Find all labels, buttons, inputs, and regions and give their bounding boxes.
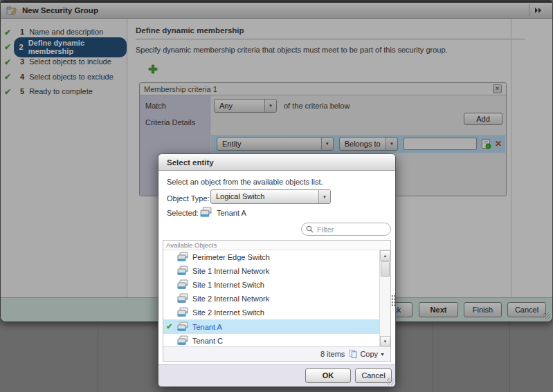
logical-switch-icon [177, 279, 188, 290]
scroll-down-icon[interactable]: ▼ [380, 336, 390, 346]
logical-switch-icon [177, 307, 188, 318]
list-item[interactable]: ✔ Site 2 Internal Network [163, 292, 379, 306]
filter-input[interactable] [317, 225, 386, 234]
list-item[interactable]: ✔ Site 2 Internet Switch [163, 306, 379, 319]
scroll-up-icon[interactable]: ▲ [380, 250, 390, 261]
logical-switch-icon [177, 293, 188, 304]
list-item[interactable]: ✔ Tenant C [163, 334, 379, 346]
logical-switch-icon [177, 321, 188, 333]
dialog-footer: OK Cancel [158, 364, 395, 386]
background-divider [98, 322, 98, 392]
list-item[interactable]: ✔ Site 1 Internal Network [163, 264, 379, 278]
search-icon [306, 225, 314, 233]
ok-button[interactable]: OK [305, 368, 351, 383]
scrollbar-thumb[interactable] [381, 261, 390, 277]
select-entity-dialog: Select entity Select an object from the … [158, 153, 396, 387]
panel-title: Available Objects [163, 241, 390, 250]
logical-switch-icon [177, 335, 188, 346]
chevron-down-icon: ▼ [380, 352, 385, 357]
chevron-down-icon: ▼ [318, 190, 330, 203]
logical-switch-icon [177, 265, 188, 277]
selected-label: Selected: [167, 207, 199, 219]
dialog-titlebar: Select entity [158, 154, 395, 171]
available-objects-panel: Available Objects ✔ Perimeter Edge Switc… [163, 240, 391, 362]
list-scrollbar[interactable]: ▲ ▼ [379, 250, 390, 346]
background-divider [509, 322, 510, 392]
copy-button[interactable]: Copy ▼ [349, 349, 385, 359]
items-count: 8 items [320, 350, 345, 358]
dialog-resize-grip-icon[interactable] [387, 378, 394, 385]
dialog-edge-resize-grip-icon[interactable] [391, 295, 396, 306]
list-status-bar: 8 items Copy ▼ [163, 346, 390, 361]
selected-object-value: Tenant A [217, 207, 246, 219]
list-item-selected[interactable]: ✔ Tenant A [163, 319, 379, 333]
logical-switch-icon [177, 252, 188, 263]
logical-switch-icon [200, 207, 212, 218]
dialog-instruction: Select an object from the available obje… [167, 178, 323, 186]
object-list: ✔ Perimeter Edge Switch ✔ Site 1 Interna… [163, 250, 379, 346]
selected-check-icon: ✔ [163, 322, 177, 331]
dialog-title: Select entity [167, 158, 214, 167]
object-type-label: Object Type: [167, 192, 210, 206]
background-divider [433, 322, 433, 392]
copy-icon [349, 349, 358, 359]
list-item[interactable]: ✔ Perimeter Edge Switch [163, 250, 379, 264]
list-item[interactable]: ✔ Site 1 Internet Switch [163, 278, 379, 292]
object-type-dropdown[interactable]: Logical Switch ▼ [210, 189, 331, 204]
filter-box[interactable] [301, 223, 391, 236]
